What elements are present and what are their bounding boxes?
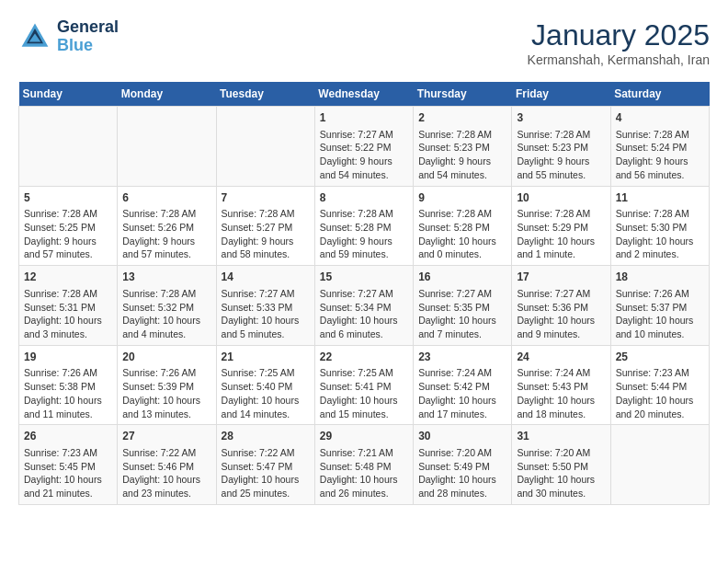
daylight-text: Daylight: 10 hours and 4 minutes. [122,314,210,340]
sunset-text: Sunset: 5:38 PM [24,380,112,394]
daylight-text: Daylight: 10 hours and 0 minutes. [418,235,506,261]
day-number: 26 [24,429,112,444]
sunrise-text: Sunrise: 7:28 AM [24,207,112,221]
sunset-text: Sunset: 5:23 PM [418,141,506,155]
sunrise-text: Sunrise: 7:28 AM [222,207,310,221]
sunrise-text: Sunrise: 7:27 AM [222,287,310,301]
sunrise-text: Sunrise: 7:23 AM [616,366,704,380]
day-number: 28 [222,429,310,444]
daylight-text: Daylight: 10 hours and 5 minutes. [222,314,310,340]
daylight-text: Daylight: 10 hours and 18 minutes. [517,394,605,420]
sunset-text: Sunset: 5:33 PM [222,301,310,315]
daylight-text: Daylight: 10 hours and 15 minutes. [320,394,408,420]
day-number: 12 [24,270,112,285]
daylight-text: Daylight: 10 hours and 13 minutes. [122,394,210,420]
daylight-text: Daylight: 10 hours and 28 minutes. [418,473,506,500]
calendar-cell: 29Sunrise: 7:21 AMSunset: 5:48 PMDayligh… [314,425,413,505]
day-number: 9 [418,190,506,206]
title-block: January 2025 Kermanshah, Kermanshah, Ira… [528,18,710,67]
daylight-text: Daylight: 10 hours and 21 minutes. [24,473,112,500]
day-number: 30 [418,429,506,444]
calendar-cell: 22Sunrise: 7:25 AMSunset: 5:41 PMDayligh… [314,345,413,425]
sunset-text: Sunset: 5:41 PM [320,380,408,394]
calendar-cell: 3Sunrise: 7:28 AMSunset: 5:23 PMDaylight… [512,107,610,187]
day-number: 13 [122,270,210,285]
sunset-text: Sunset: 5:35 PM [418,301,506,315]
day-number: 2 [418,110,506,126]
sunrise-text: Sunrise: 7:25 AM [222,366,310,380]
daylight-text: Daylight: 9 hours and 54 minutes. [320,155,408,181]
sunset-text: Sunset: 5:45 PM [24,460,112,474]
sunset-text: Sunset: 5:37 PM [616,301,704,315]
calendar-cell: 24Sunrise: 7:24 AMSunset: 5:43 PMDayligh… [512,345,610,425]
calendar-cell: 31Sunrise: 7:20 AMSunset: 5:50 PMDayligh… [512,425,610,505]
calendar-cell: 19Sunrise: 7:26 AMSunset: 5:38 PMDayligh… [19,345,118,425]
day-number: 5 [24,190,112,206]
day-number: 25 [616,350,704,365]
calendar-cell: 14Sunrise: 7:27 AMSunset: 5:33 PMDayligh… [216,266,314,346]
day-number: 14 [222,270,310,285]
weekday-header: Thursday [414,82,512,107]
sunrise-text: Sunrise: 7:28 AM [122,207,210,221]
day-number: 17 [517,270,605,285]
sunset-text: Sunset: 5:43 PM [517,380,605,394]
sunrise-text: Sunrise: 7:26 AM [24,366,112,380]
calendar-cell: 23Sunrise: 7:24 AMSunset: 5:42 PMDayligh… [414,345,512,425]
calendar-cell: 12Sunrise: 7:28 AMSunset: 5:31 PMDayligh… [19,266,118,346]
sunset-text: Sunset: 5:36 PM [517,301,605,315]
weekday-header-row: SundayMondayTuesdayWednesdayThursdayFrid… [19,82,710,107]
day-number: 15 [320,270,408,285]
day-number: 22 [320,350,408,365]
daylight-text: Daylight: 10 hours and 17 minutes. [418,394,506,420]
sunset-text: Sunset: 5:44 PM [616,380,704,394]
calendar-week-row: 19Sunrise: 7:26 AMSunset: 5:38 PMDayligh… [19,345,710,425]
sunset-text: Sunset: 5:26 PM [122,221,210,235]
calendar-cell: 26Sunrise: 7:23 AMSunset: 5:45 PMDayligh… [19,425,118,505]
calendar-week-row: 12Sunrise: 7:28 AMSunset: 5:31 PMDayligh… [19,266,710,346]
sunset-text: Sunset: 5:24 PM [616,141,704,155]
day-number: 18 [616,270,704,285]
calendar-cell: 18Sunrise: 7:26 AMSunset: 5:37 PMDayligh… [610,266,709,346]
calendar-cell: 16Sunrise: 7:27 AMSunset: 5:35 PMDayligh… [414,266,512,346]
daylight-text: Daylight: 10 hours and 23 minutes. [122,473,210,500]
weekday-header: Tuesday [216,82,314,107]
sunset-text: Sunset: 5:42 PM [418,380,506,394]
sunrise-text: Sunrise: 7:27 AM [517,287,605,301]
daylight-text: Daylight: 9 hours and 54 minutes. [418,155,506,181]
sunrise-text: Sunrise: 7:20 AM [418,446,506,460]
sunrise-text: Sunrise: 7:28 AM [616,207,704,221]
day-number: 23 [418,350,506,365]
calendar-cell: 4Sunrise: 7:28 AMSunset: 5:24 PMDaylight… [610,107,709,187]
sunrise-text: Sunrise: 7:28 AM [517,128,605,142]
sunrise-text: Sunrise: 7:24 AM [517,366,605,380]
sunset-text: Sunset: 5:28 PM [320,221,408,235]
sunset-text: Sunset: 5:23 PM [517,141,605,155]
weekday-header: Saturday [610,82,709,107]
calendar-cell: 21Sunrise: 7:25 AMSunset: 5:40 PMDayligh… [216,345,314,425]
daylight-text: Daylight: 10 hours and 10 minutes. [616,314,704,340]
day-number: 7 [222,190,310,206]
day-number: 21 [222,350,310,365]
calendar-cell: 27Sunrise: 7:22 AMSunset: 5:46 PMDayligh… [118,425,216,505]
page-header: General Blue January 2025 Kermanshah, Ke… [18,18,710,67]
daylight-text: Daylight: 10 hours and 2 minutes. [616,235,704,261]
calendar-cell: 8Sunrise: 7:28 AMSunset: 5:28 PMDaylight… [314,186,413,266]
calendar-cell [19,107,118,187]
day-number: 19 [24,350,112,365]
sunset-text: Sunset: 5:25 PM [24,221,112,235]
calendar-cell: 15Sunrise: 7:27 AMSunset: 5:34 PMDayligh… [314,266,413,346]
day-number: 27 [122,429,210,444]
calendar-cell: 20Sunrise: 7:26 AMSunset: 5:39 PMDayligh… [118,345,216,425]
sunrise-text: Sunrise: 7:28 AM [418,207,506,221]
calendar-table: SundayMondayTuesdayWednesdayThursdayFrid… [18,82,710,505]
sunrise-text: Sunrise: 7:24 AM [418,366,506,380]
calendar-cell [118,107,216,187]
sunset-text: Sunset: 5:40 PM [222,380,310,394]
day-number: 11 [616,190,704,206]
day-number: 24 [517,350,605,365]
sunset-text: Sunset: 5:47 PM [222,460,310,474]
calendar-cell: 9Sunrise: 7:28 AMSunset: 5:28 PMDaylight… [414,186,512,266]
sunrise-text: Sunrise: 7:28 AM [616,128,704,142]
daylight-text: Daylight: 10 hours and 26 minutes. [320,473,408,500]
sunrise-text: Sunrise: 7:28 AM [24,287,112,301]
